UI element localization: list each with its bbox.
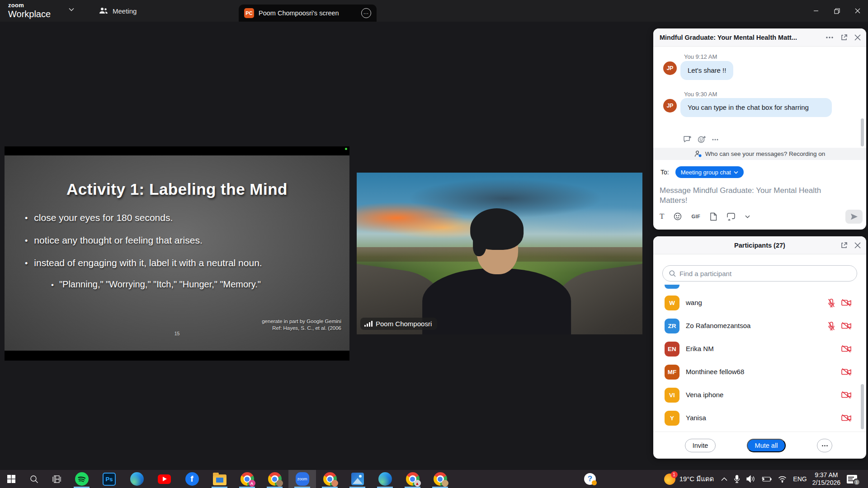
taskbar-zoom-icon[interactable]: zoom <box>288 470 316 488</box>
message-more-icon[interactable] <box>712 139 718 141</box>
screenshot-icon[interactable] <box>726 212 736 221</box>
participants-header: Participants (27) <box>653 236 866 254</box>
video-off-icon <box>841 413 852 422</box>
tray-wifi-icon[interactable] <box>778 476 787 483</box>
chevron-down-icon <box>734 171 738 174</box>
avatar: JP <box>663 61 677 75</box>
chat-close-icon[interactable] <box>852 32 863 43</box>
taskbar-youtube-icon[interactable] <box>151 470 178 488</box>
chat-title: Mindful Graduate: Your Mental Health Mat… <box>660 34 797 41</box>
slide-sub-bullet: "Planning," "Worrying," "Itch," "Hunger,… <box>51 279 261 290</box>
system-tray: 1 19°C มีแดด ENG 9:37 AM 2/15/2026 1 <box>664 470 868 488</box>
tab-meeting[interactable]: Meeting <box>93 0 143 22</box>
chat-scrollbar[interactable] <box>861 118 864 146</box>
participant-row[interactable]: EN Erika NM <box>653 338 866 361</box>
taskbar-spotify-icon[interactable] <box>68 470 95 488</box>
taskbar-photos-icon[interactable] <box>344 470 371 488</box>
partial-avatar <box>665 285 679 289</box>
weather-text[interactable]: 19°C มีแดด <box>679 474 714 484</box>
taskbar-photoshop-icon[interactable]: Ps <box>95 470 123 488</box>
avatar: VI <box>665 388 679 403</box>
attach-file-icon[interactable] <box>710 212 717 221</box>
send-to-selector[interactable]: Meeting group chat <box>675 166 744 178</box>
tray-microphone-icon[interactable] <box>734 475 740 483</box>
task-view-button[interactable] <box>45 470 68 488</box>
compose-chevron-down-icon[interactable] <box>745 215 750 218</box>
chat-more-icon[interactable] <box>824 32 835 43</box>
taskbar-chrome-profile-red-icon[interactable]: ▲ <box>399 470 426 488</box>
slide-page-number: 15 <box>5 331 349 336</box>
participants-popout-icon[interactable] <box>838 239 850 251</box>
participant-row[interactable]: W wang <box>653 292 866 315</box>
chat-message-bubble[interactable]: You can type in the chat box for sharrin… <box>680 98 832 117</box>
taskbar-file-explorer-icon[interactable] <box>206 470 233 488</box>
tray-speaker-icon[interactable] <box>746 475 755 483</box>
meeting-people-icon <box>99 7 108 14</box>
taskbar-facebook-icon[interactable]: f <box>178 470 206 488</box>
find-participant-input[interactable]: Find a participant <box>662 265 857 282</box>
chat-compose-input[interactable]: Message Mindful Graduate: Your Mental He… <box>660 186 840 206</box>
restore-button[interactable] <box>826 0 847 22</box>
taskbar-search-button[interactable] <box>23 470 45 488</box>
workspace-dropdown-chevron-icon[interactable] <box>69 8 74 11</box>
slide-bullet-1: close your eyes for 180 seconds. <box>25 212 173 223</box>
format-text-icon[interactable]: T <box>660 212 664 221</box>
language-indicator[interactable]: ENG <box>793 475 807 483</box>
slide-footnote: generate in part by Google Gemini Ref: H… <box>262 318 341 332</box>
minimize-button[interactable] <box>806 0 826 22</box>
mic-off-icon <box>827 298 835 308</box>
notification-center-icon[interactable]: 1 <box>847 475 862 483</box>
video-off-icon <box>841 321 852 331</box>
add-reaction-icon[interactable] <box>698 136 706 143</box>
invite-button[interactable]: Invite <box>685 439 716 452</box>
send-to-row: To: Meeting group chat <box>660 166 744 178</box>
video-off-icon <box>841 344 852 353</box>
tab-shared-screen[interactable]: PC Poom Chompoosri's screen … <box>239 5 377 22</box>
message-actions <box>683 136 718 143</box>
chat-panel-header: Mindful Graduate: Your Mental Health Mat… <box>653 28 866 47</box>
tab-options-icon[interactable]: … <box>361 8 371 18</box>
send-message-button[interactable] <box>845 210 863 224</box>
speaker-video-tile: Poom Chompoosri <box>357 173 642 334</box>
close-window-button[interactable] <box>847 0 868 22</box>
participants-scrollbar[interactable] <box>861 384 864 429</box>
recording-dot-icon <box>345 148 347 150</box>
taskbar-chrome-profile-a-icon[interactable]: A <box>233 470 261 488</box>
weather-icon[interactable]: 1 <box>664 474 675 485</box>
taskbar-chrome-profile-tan-icon[interactable] <box>426 470 454 488</box>
connection-signal-icon <box>364 321 373 327</box>
participants-close-icon[interactable] <box>852 239 863 251</box>
tray-battery-icon[interactable] <box>761 476 772 482</box>
slide-title: Activity 1: Labeling the Mind <box>5 180 349 198</box>
participants-title: Participants (27) <box>653 242 866 249</box>
participant-row[interactable]: ZR Zo Rafanomezantsoa <box>653 315 866 338</box>
search-icon <box>669 270 676 277</box>
avatar: EN <box>665 342 679 357</box>
start-button[interactable] <box>0 470 23 488</box>
help-button[interactable]: ? <box>584 473 596 485</box>
zoom-workplace-logo: zoom Workplace <box>8 2 51 19</box>
screen-share-pc-badge: PC <box>244 8 254 18</box>
emoji-icon[interactable] <box>674 212 682 221</box>
date: 2/15/2026 <box>812 479 840 487</box>
chat-message-bubble[interactable]: Let's share !! <box>680 61 733 80</box>
slide-bullet-3: instead of engaging with it, label it wi… <box>25 258 262 268</box>
participant-row[interactable]: VI Vena iphone <box>653 384 866 407</box>
compose-toolbar: T GIF <box>660 210 860 223</box>
gif-icon[interactable]: GIF <box>691 214 700 219</box>
privacy-banner[interactable]: Who can see your messages? Recording on <box>653 148 866 160</box>
participants-panel: Participants (27) Find a participant W w… <box>653 236 866 459</box>
taskbar-edge-2-icon[interactable] <box>371 470 399 488</box>
participant-row[interactable]: Y Yanisa <box>653 407 866 430</box>
taskbar-edge-icon[interactable] <box>123 470 151 488</box>
chat-popout-icon[interactable] <box>838 32 850 43</box>
shared-screen-slide: Activity 1: Labeling the Mind close your… <box>5 146 349 361</box>
tray-chevron-up-icon[interactable] <box>721 477 727 481</box>
taskbar-chrome-profile-photo-icon[interactable] <box>261 470 288 488</box>
reply-in-thread-icon[interactable] <box>683 136 692 143</box>
mute-all-button[interactable]: Mute all <box>747 439 786 452</box>
taskbar-clock[interactable]: 9:37 AM 2/15/2026 <box>812 471 840 487</box>
taskbar-chrome-profile-m-icon[interactable] <box>316 470 344 488</box>
participant-row[interactable]: MF Monthinee fellow68 <box>653 361 866 384</box>
participants-more-button[interactable] <box>817 439 832 452</box>
